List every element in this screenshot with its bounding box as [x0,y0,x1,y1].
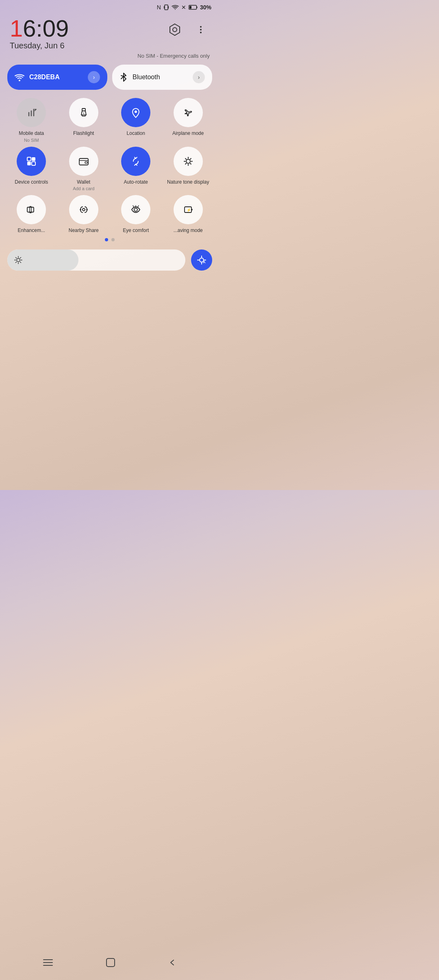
svg-rect-17 [27,162,31,165]
airplane-icon-circle [174,98,203,127]
svg-rect-16 [32,157,35,161]
date-display: Tuesday, Jun 6 [10,41,69,50]
svg-rect-30 [27,207,34,212]
airplane-label: Airplane mode [172,130,204,137]
tile-mobile-data[interactable]: Mobile data No SIM [7,98,56,143]
svg-rect-18 [32,162,35,165]
bluetooth-arrow[interactable]: › [193,71,205,83]
svg-rect-15 [27,157,31,161]
svg-point-10 [19,80,20,81]
svg-point-8 [200,29,202,30]
wifi-arrow[interactable]: › [88,71,100,83]
nearby-share-label: Nearby Share [69,228,99,234]
wifi-icon [15,73,24,81]
svg-rect-12 [82,115,85,116]
battery-percent: 30% [200,4,211,11]
time-display: 16:09 [10,17,69,40]
eye-comfort-label: Eye comfort [123,228,149,234]
flashlight-label: Flashlight [73,130,94,137]
tile-location[interactable]: Location [112,98,160,143]
time-hour: 1 [10,15,23,41]
svg-line-45 [20,262,21,262]
no-sim-icon: ✕ [181,4,186,11]
enhancement-label: Enhancem... [18,228,45,234]
flashlight-icon-circle [69,98,98,127]
device-controls-icon-circle [17,147,46,176]
tile-eye-comfort[interactable]: Eye comfort [112,195,160,234]
svg-point-21 [186,159,190,163]
tile-device-controls[interactable]: Device controls [7,147,56,191]
svg-line-27 [190,163,191,164]
tile-airplane-mode[interactable]: Airplane mode [164,98,213,143]
svg-text:⚡: ⚡ [187,208,191,212]
tile-nearby-share[interactable]: Nearby Share [60,195,108,234]
wifi-name: C28DEBA [29,74,83,81]
tile-auto-rotate[interactable]: Auto-rotate [112,147,160,191]
location-label: Location [127,130,145,137]
eye-comfort-icon-circle [121,195,150,224]
svg-rect-5 [189,6,191,9]
nearby-share-icon-circle [69,195,98,224]
device-controls-label: Device controls [15,179,48,186]
svg-line-46 [20,257,21,258]
svg-point-9 [200,32,202,33]
svg-line-26 [185,158,186,159]
wifi-status-icon [172,4,179,10]
svg-point-39 [17,258,20,262]
brightness-auto-button[interactable]: A [191,249,212,271]
network-cards: C28DEBA › Bluetooth › [0,65,220,90]
svg-point-6 [173,28,177,32]
nature-tone-icon-circle [174,147,203,176]
dot-2 [111,238,115,241]
status-bar: N ✕ 30% [0,0,220,13]
svg-rect-20 [85,162,87,163]
svg-rect-0 [165,5,168,10]
tile-battery-saving[interactable]: ⚡ ...aving mode [164,195,213,234]
battery-saving-label: ...aving mode [174,228,203,234]
wallet-label: Wallet [77,179,90,186]
enhancement-icon-circle [17,195,46,224]
battery-saving-icon-circle: ⚡ [174,195,203,224]
brightness-row: A [0,249,220,271]
tile-flashlight[interactable]: Flashlight [60,98,108,143]
svg-point-32 [83,208,85,211]
svg-line-28 [190,158,191,159]
tile-nature-tone[interactable]: Nature tone display [164,147,213,191]
header-row: 16:09 Tuesday, Jun 6 [0,13,220,53]
svg-point-14 [135,111,137,113]
tile-wallet[interactable]: Wallet Add a card [60,147,108,191]
battery-icon [189,4,198,10]
more-options-button[interactable] [192,21,210,39]
page-dots [0,238,220,241]
svg-rect-4 [196,7,197,8]
wallet-sublabel: Add a card [73,186,94,191]
svg-rect-1 [164,6,165,9]
svg-line-44 [16,257,17,258]
wifi-card[interactable]: C28DEBA › [7,65,107,90]
bluetooth-icon [120,72,128,82]
location-icon-circle [121,98,150,127]
vibrate-icon [163,4,169,11]
svg-line-47 [16,262,17,262]
nfc-icon: N [157,4,161,11]
mobile-data-icon-circle [17,98,46,127]
time-rest: 6:09 [23,15,69,41]
header-icons [166,17,210,39]
svg-line-29 [185,163,186,164]
bluetooth-label: Bluetooth [133,74,188,81]
dot-1 [105,238,108,241]
brightness-icon [14,256,23,265]
auto-rotate-icon-circle [121,147,150,176]
time-block: 16:09 Tuesday, Jun 6 [10,17,69,50]
settings-button[interactable] [166,21,184,39]
auto-rotate-label: Auto-rotate [124,179,148,186]
mobile-data-label: Mobile data [19,130,44,137]
svg-point-35 [134,208,137,211]
brightness-slider[interactable] [7,249,185,271]
wallet-icon-circle [69,147,98,176]
svg-text:A: A [203,260,206,264]
bluetooth-card[interactable]: Bluetooth › [112,65,212,90]
quick-tiles-grid: Mobile data No SIM Flashlight Location [0,98,220,234]
tile-enhancement[interactable]: Enhancem... [7,195,56,234]
mobile-data-sublabel: No SIM [24,138,39,143]
